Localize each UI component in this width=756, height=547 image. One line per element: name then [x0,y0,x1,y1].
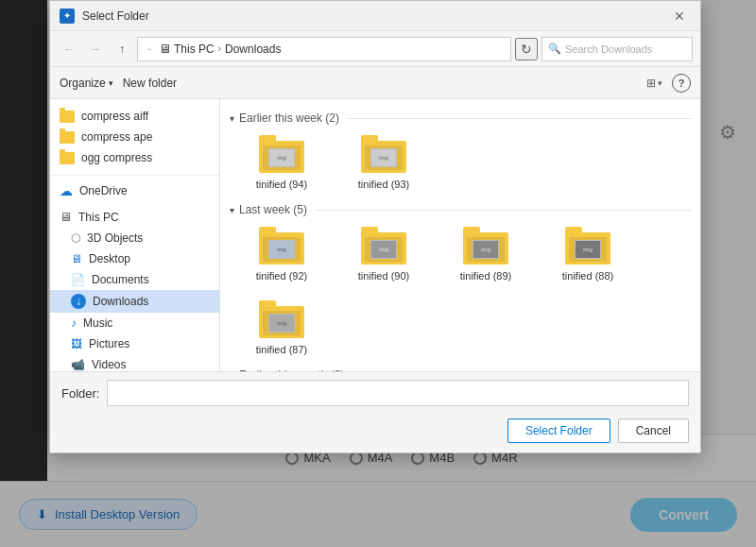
file-label: tinified (93) [358,178,409,191]
forward-button[interactable]: → [84,38,107,60]
videos-icon: 📹 [71,358,85,371]
sidebar-label-3d-objects: 3D Objects [87,231,143,245]
dialog-footer: Folder: Select Folder Cancel [50,371,700,453]
file-label: tinified (92) [256,269,307,282]
breadcrumb[interactable]: ← 🖥 This PC › Downloads [137,37,511,61]
sidebar-item-downloads[interactable]: ↓ Downloads [50,290,219,313]
search-placeholder: Search Downloads [565,43,652,55]
back-button[interactable]: ← [58,38,80,60]
folder-icon: img [361,135,406,173]
view-button[interactable]: ⊞ ▾ [646,77,662,90]
folder-icon: img [361,227,406,265]
list-item[interactable]: img tinified (92) [234,222,329,287]
list-item[interactable]: img tinified (90) [336,222,431,287]
sidebar-label-this-pc: This PC [78,211,119,224]
section-label-last-week: Last week (5) [239,203,307,216]
folder-icon: img [259,227,304,265]
dialog-files-area: ▾ Earlier this week (2) img ti [220,99,700,371]
music-icon: ♪ [71,316,77,330]
list-item[interactable]: img tinified (88) [541,222,635,287]
file-label: tinified (88) [562,269,613,282]
list-item[interactable]: img tinified (93) [336,130,431,196]
close-button[interactable]: ✕ [668,5,691,27]
search-box[interactable]: 🔍 Search Downloads [541,37,693,61]
sidebar-label-onedrive: OneDrive [79,184,128,197]
folder-label: Folder: [61,386,99,401]
file-label: tinified (94) [256,178,307,191]
up-button[interactable]: ↑ [111,38,133,60]
help-button[interactable]: ? [672,74,691,93]
dialog-toolbar: Organize ▾ New folder ⊞ ▾ ? [50,67,700,99]
section-divider [349,118,691,119]
folder-icon: img [259,135,304,173]
new-folder-button[interactable]: New folder [123,77,177,90]
footer-buttons: Select Folder Cancel [50,414,700,453]
view-chevron-icon: ▾ [658,78,662,88]
sidebar-label-ogg-compress: ogg compress [81,151,152,164]
sidebar-label-pictures: Pictures [89,337,129,350]
3d-icon: ⬡ [71,231,80,245]
sidebar-item-videos[interactable]: 📹 Videos [50,354,219,371]
sidebar-label-documents: Documents [92,273,149,286]
folder-icon: img [463,227,508,265]
dialog-app-icon: ✦ [60,9,75,24]
pictures-icon: 🖼 [71,337,82,350]
sidebar-label-music: Music [83,316,112,330]
file-label: tinified (87) [256,343,307,356]
sidebar-label-videos: Videos [92,358,126,371]
breadcrumb-chevron: › [218,43,221,54]
organize-label: Organize [60,77,106,90]
organize-chevron-icon: ▾ [109,78,113,88]
organize-button[interactable]: Organize ▾ [60,77,113,90]
sidebar-item-desktop[interactable]: 🖥 Desktop [50,248,219,269]
file-label: tinified (90) [358,269,409,282]
sidebar-cloud-section: ☁ OneDrive [50,178,219,204]
breadcrumb-downloads[interactable]: Downloads [225,43,281,56]
sidebar-label-compress-aiff: compress aiff [81,110,148,123]
refresh-button[interactable]: ↻ [515,38,538,60]
sidebar-item-this-pc[interactable]: 🖥 This PC [50,206,219,228]
folder-icon: img [259,300,304,338]
select-folder-dialog: ✦ Select Folder ✕ ← → ↑ ← 🖥 This PC › Do… [49,0,701,453]
sidebar-item-3d-objects[interactable]: ⬡ 3D Objects [50,228,219,248]
list-item[interactable]: img tinified (89) [438,222,533,287]
list-item[interactable]: img tinified (94) [234,130,329,196]
view-icon: ⊞ [646,77,656,90]
folder-icon [60,111,75,123]
sidebar-label-compress-ape: compress ape [81,130,152,144]
section-chevron-icon: ▾ [230,205,234,215]
dialog-title: Select Folder [82,9,661,23]
sidebar-item-compress-ape[interactable]: compress ape [50,127,219,147]
sidebar-label-downloads: Downloads [93,295,148,308]
breadcrumb-this-pc[interactable]: 🖥 This PC [159,42,215,56]
documents-icon: 📄 [71,273,85,286]
section-earlier-this-week[interactable]: ▾ Earlier this week (2) [230,111,691,125]
desktop-icon: 🖥 [71,252,82,265]
sidebar-item-pictures[interactable]: 🖼 Pictures [50,333,219,354]
list-item[interactable]: img tinified (87) [234,296,329,361]
file-label: tinified (89) [460,269,511,282]
sidebar-item-onedrive[interactable]: ☁ OneDrive [50,179,219,202]
downloads-icon: ↓ [71,294,86,309]
cancel-button[interactable]: Cancel [618,419,689,443]
breadcrumb-arrow-left: ← [146,43,155,54]
dialog-navbar: ← → ↑ ← 🖥 This PC › Downloads ↻ 🔍 Search… [50,31,700,67]
dialog-sidebar: compress aiff compress ape ogg compress … [50,99,220,371]
section-label-earlier-this-week: Earlier this week (2) [239,111,339,125]
select-folder-button[interactable]: Select Folder [507,419,610,443]
folder-icon [60,152,75,164]
dialog-body: compress aiff compress ape ogg compress … [50,99,700,371]
section-chevron-icon: ▾ [230,113,234,124]
folder-input[interactable] [107,380,689,406]
sidebar-item-documents[interactable]: 📄 Documents [50,269,219,290]
sidebar-item-compress-aiff[interactable]: compress aiff [50,106,219,127]
sidebar-label-desktop: Desktop [89,252,130,265]
computer-icon: 🖥 [60,210,72,224]
this-pc-icon: 🖥 [159,42,171,56]
section-last-week[interactable]: ▾ Last week (5) [230,203,691,216]
search-icon: 🔍 [548,43,561,55]
sidebar-item-music[interactable]: ♪ Music [50,313,219,333]
files-grid-earlier-this-week: img tinified (94) img [230,130,691,196]
sidebar-recent-section: compress aiff compress ape ogg compress [50,104,219,170]
sidebar-item-ogg-compress[interactable]: ogg compress [50,147,219,168]
